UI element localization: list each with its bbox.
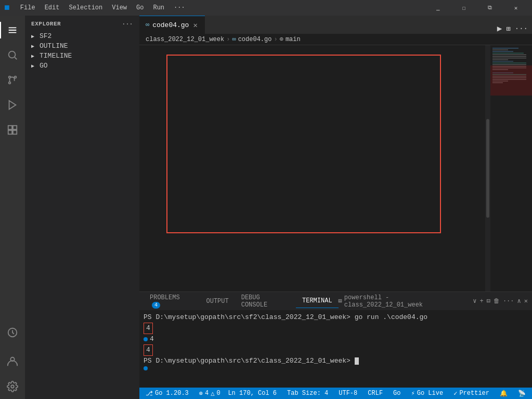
status-encoding[interactable]: UTF-8	[336, 390, 359, 397]
more-options-icon[interactable]: ···	[515, 24, 528, 33]
tab-problems[interactable]: PROBLEMS 4	[144, 291, 200, 312]
menu-file[interactable]: File	[16, 3, 40, 12]
trash-icon[interactable]: 🗑	[494, 297, 500, 305]
terminal-content[interactable]: PS D:\mysetup\gopath\src\sf2\class_2022_…	[139, 310, 532, 388]
minimap	[490, 45, 532, 291]
breadcrumb-file-icon: ∞	[232, 36, 236, 43]
code-editor[interactable]	[139, 45, 485, 291]
sidebar-item-go[interactable]: ▶ GO	[25, 61, 139, 71]
terminal-output-2: 4	[150, 334, 154, 344]
test-icon[interactable]	[0, 320, 25, 345]
svg-rect-19	[492, 55, 526, 55]
status-language[interactable]: Go	[391, 390, 403, 397]
status-tab-size[interactable]: Tab Size: 4	[285, 390, 330, 397]
tab-bar: ∞ code04.go ✕ ▶ ⊞ ···	[139, 16, 532, 34]
tab-output[interactable]: OUTPUT	[200, 295, 235, 308]
svg-rect-7	[8, 126, 12, 129]
menu-go[interactable]: Go	[132, 3, 148, 12]
arrow-icon: ▶	[31, 63, 37, 69]
code-content[interactable]	[166, 45, 485, 291]
tab-terminal[interactable]: TERMINAL	[296, 294, 339, 308]
svg-rect-9	[13, 130, 17, 134]
status-position[interactable]: Ln 170, Col 6	[226, 390, 279, 397]
output-box-1: 4	[144, 323, 153, 334]
status-bar: ⎇ Go 1.20.3 ⊗ 4 △ 0 Ln 170, Col 6 Tab Si…	[139, 388, 532, 399]
editor-area: ∞ code04.go ✕ ▶ ⊞ ··· class_2022_12_01_w…	[139, 16, 532, 399]
svg-rect-25	[492, 64, 526, 65]
breadcrumb-sep1: ›	[226, 36, 230, 43]
sidebar-item-label: GO	[40, 62, 48, 70]
menu-run[interactable]: Run	[149, 3, 168, 12]
sidebar-section: ▶ SF2 ▶ OUTLINE ▶ TIMELINE ▶ GO	[25, 29, 139, 73]
minimize-button[interactable]: ⎯	[426, 0, 450, 16]
breadcrumb-symbol[interactable]: main	[286, 36, 301, 43]
arrow-icon: ▶	[31, 43, 37, 49]
close-panel-icon[interactable]: ✕	[524, 297, 528, 305]
restore-button[interactable]: ⧉	[478, 0, 502, 16]
sidebar-item-outline[interactable]: ▶ OUTLINE	[25, 41, 139, 51]
tab-debug-console[interactable]: DEBUG CONSOLE	[235, 291, 296, 312]
terminal-line-6	[144, 366, 528, 370]
svg-rect-36	[490, 65, 532, 96]
svg-line-1	[15, 57, 17, 59]
git-branch-icon: ⎇	[146, 390, 153, 397]
maximize-panel-icon[interactable]: ∧	[517, 297, 521, 305]
tab-close-button[interactable]: ✕	[192, 21, 198, 30]
broadcast-icon: 📡	[518, 390, 526, 397]
account-icon[interactable]	[0, 349, 25, 374]
terminal-line-4: 4	[144, 344, 528, 356]
svg-point-0	[9, 51, 16, 58]
status-eol[interactable]: CRLF	[366, 390, 385, 397]
menu-view[interactable]: View	[108, 3, 131, 12]
close-button[interactable]: ✕	[504, 0, 528, 16]
menu-more[interactable]: ···	[170, 3, 189, 12]
svg-rect-16	[492, 49, 508, 50]
menu-edit[interactable]: Edit	[41, 3, 64, 12]
vertical-scrollbar[interactable]	[485, 45, 490, 291]
svg-rect-20	[492, 56, 526, 57]
status-prettier[interactable]: ✓ Prettier	[451, 390, 491, 397]
status-golive[interactable]: ⚡ Go Live	[409, 390, 446, 397]
status-go-version: Go 1.20.3	[155, 390, 189, 397]
error-icon: ⊗	[199, 390, 203, 397]
cursor-position: Ln 170, Col 6	[228, 390, 277, 397]
menu-selection[interactable]: Selection	[64, 3, 107, 12]
tab-code04go[interactable]: ∞ code04.go ✕	[139, 16, 205, 34]
breadcrumb-file[interactable]: code04.go	[238, 36, 272, 43]
title-bar: ■ File Edit Selection View Go Run ··· ⎯ …	[0, 0, 532, 16]
notification-icon: 🔔	[500, 390, 508, 397]
run-debug-icon[interactable]	[0, 92, 25, 117]
status-broadcast[interactable]: 📡	[516, 390, 528, 397]
search-icon[interactable]	[0, 43, 25, 68]
terminal-line-2: 4	[144, 323, 528, 334]
blue-dot-indicator-2	[144, 366, 148, 370]
tab-size-label: Tab Size: 4	[287, 390, 328, 397]
status-git[interactable]: ⎇ Go 1.20.3	[144, 390, 191, 397]
panel-tab-bar: PROBLEMS 4 OUTPUT DEBUG CONSOLE TERMINAL…	[139, 292, 532, 310]
maximize-button[interactable]: ☐	[452, 0, 476, 16]
explorer-icon[interactable]	[0, 18, 25, 43]
chevron-down-icon[interactable]: ∨	[473, 297, 476, 305]
extensions-icon[interactable]	[0, 117, 25, 142]
bottom-panel: PROBLEMS 4 OUTPUT DEBUG CONSOLE TERMINAL…	[139, 291, 532, 388]
arrow-icon: ▶	[31, 33, 37, 39]
sidebar-item-sf2[interactable]: ▶ SF2	[25, 31, 139, 41]
status-notifications[interactable]: 🔔	[498, 390, 510, 397]
svg-rect-22	[492, 59, 508, 60]
breadcrumb-folder[interactable]: class_2022_12_01_week	[146, 36, 224, 43]
add-terminal-icon[interactable]: +	[479, 298, 483, 305]
split-terminal-icon[interactable]: ⊟	[487, 297, 490, 305]
sidebar-more-icon[interactable]: ···	[122, 21, 133, 27]
arrow-icon: ▶	[31, 53, 37, 59]
settings-icon[interactable]	[0, 374, 25, 399]
run-icon[interactable]: ▶	[497, 23, 502, 34]
language-label: Go	[393, 390, 400, 397]
status-errors[interactable]: ⊗ 4 △ 0	[197, 390, 223, 397]
terminal-line-5: PS D:\mysetup\gopath\src\sf2\class_2022_…	[144, 356, 528, 366]
svg-point-3	[15, 76, 17, 78]
sidebar-item-timeline[interactable]: ▶ TIMELINE	[25, 51, 139, 61]
main-layout: Explorer ··· ▶ SF2 ▶ OUTLINE ▶ TIMELINE …	[0, 16, 532, 399]
source-control-icon[interactable]	[0, 68, 25, 92]
split-editor-icon[interactable]: ⊞	[506, 24, 510, 33]
more-terminal-icon[interactable]: ···	[503, 298, 514, 305]
